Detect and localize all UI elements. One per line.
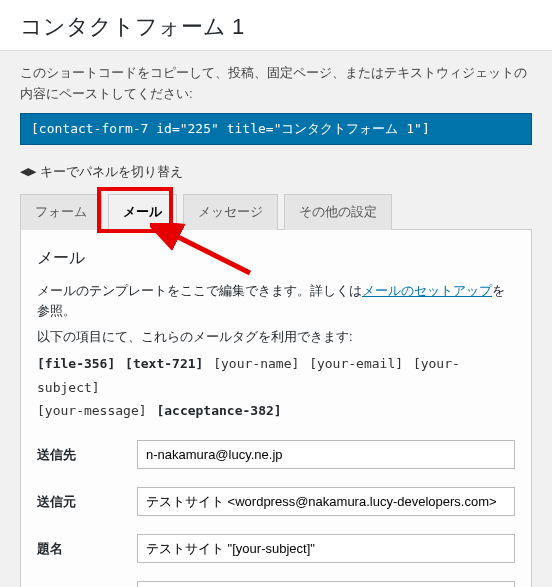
mail-description: メールのテンプレートをここで編集できます。詳しくはメールのセットアップを参照。	[37, 281, 515, 323]
tab-messages[interactable]: メッセージ	[183, 194, 278, 230]
additional-headers-label: 追加ヘッダー	[37, 581, 137, 587]
subject-label: 題名	[37, 534, 137, 558]
to-label: 送信先	[37, 440, 137, 464]
mail-tag-intro: 以下の項目にて、これらのメールタグを利用できます:	[37, 328, 515, 346]
mail-tag: [text-721]	[125, 356, 203, 371]
from-label: 送信元	[37, 487, 137, 511]
page-title: コンタクトフォーム 1	[0, 0, 552, 51]
tab-other-settings[interactable]: その他の設定	[284, 194, 392, 230]
tab-form[interactable]: フォーム	[20, 194, 102, 230]
mail-section-heading: メール	[37, 248, 515, 269]
left-right-arrows-icon: ◀▶	[20, 165, 36, 178]
subject-input[interactable]	[137, 534, 515, 563]
to-input[interactable]	[137, 440, 515, 469]
mail-tags-list: [file-356] [text-721] [your-name] [your-…	[37, 352, 515, 422]
panel-hint-text: キーでパネルを切り替え	[40, 163, 183, 181]
additional-headers-textarea[interactable]: Reply-To: [your-email]	[137, 581, 515, 587]
mail-setup-link[interactable]: メールのセットアップ	[362, 283, 492, 298]
tab-list: フォーム メール メッセージ その他の設定	[0, 193, 552, 229]
shortcode-code[interactable]: [contact-form-7 id="225" title="コンタクトフォー…	[20, 113, 532, 145]
mail-tag: [your-email]	[309, 356, 403, 371]
from-input[interactable]	[137, 487, 515, 516]
tab-mail[interactable]: メール	[108, 194, 177, 230]
mail-desc-prefix: メールのテンプレートをここで編集できます。詳しくは	[37, 283, 362, 298]
shortcode-description: このショートコードをコピーして、投稿、固定ページ、またはテキストウィジェットの内…	[0, 63, 552, 113]
mail-tag: [acceptance-382]	[156, 403, 281, 418]
panel-keyboard-hint: ◀▶ キーでパネルを切り替え	[0, 163, 552, 193]
mail-tag: [file-356]	[37, 356, 115, 371]
mail-panel: メール メールのテンプレートをここで編集できます。詳しくはメールのセットアップを…	[20, 229, 532, 587]
mail-tag: [your-message]	[37, 403, 147, 418]
mail-tag: [your-name]	[213, 356, 299, 371]
